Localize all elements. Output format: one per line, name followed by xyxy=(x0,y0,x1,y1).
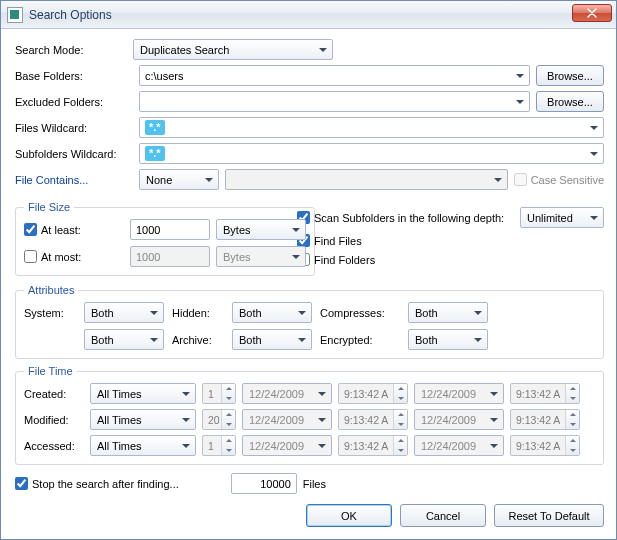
attr-system-label: System: xyxy=(24,307,76,319)
cancel-button[interactable]: Cancel xyxy=(400,504,486,527)
file-size-legend: File Size xyxy=(24,201,74,213)
files-wildcard-input[interactable]: *.* xyxy=(139,117,604,138)
accessed-mode-value: All Times xyxy=(97,440,142,452)
at-most-checkbox[interactable]: At most: xyxy=(24,250,124,263)
close-button[interactable] xyxy=(572,4,612,22)
modified-date2: 12/24/2009 xyxy=(414,409,504,430)
accessed-label: Accessed: xyxy=(24,440,84,452)
created-n-spinner: 1 xyxy=(202,383,236,404)
file-contains-text-input xyxy=(225,169,508,190)
attr-readonly-dropdown[interactable]: Both xyxy=(84,329,164,350)
attr-compresses-dropdown[interactable]: Both xyxy=(408,302,488,323)
at-most-input[interactable] xyxy=(24,250,37,263)
stop-after-input[interactable] xyxy=(15,477,28,490)
modified-n-value: 20 xyxy=(208,414,220,426)
attr-system-dropdown[interactable]: Both xyxy=(84,302,164,323)
created-mode-value: All Times xyxy=(97,388,142,400)
excluded-folders-label: Excluded Folders: xyxy=(15,96,133,108)
attr-readonly-value: Both xyxy=(91,334,114,346)
case-sensitive-checkbox[interactable]: Case Sensitive xyxy=(514,173,604,186)
app-icon xyxy=(7,7,23,23)
excluded-folders-browse-button[interactable]: Browse... xyxy=(536,91,604,112)
depth-value: Unlimited xyxy=(527,212,573,224)
scan-subfolders-label: Scan Subfolders in the following depth: xyxy=(314,212,504,224)
modified-mode-value: All Times xyxy=(97,414,142,426)
accessed-n-spinner: 1 xyxy=(202,435,236,456)
attr-system-value: Both xyxy=(91,307,114,319)
modified-mode-dropdown[interactable]: All Times xyxy=(90,409,196,430)
at-most-unit-dropdown: Bytes xyxy=(216,246,306,267)
find-files-checkbox[interactable]: Find Files xyxy=(297,234,362,247)
stop-after-value: 10000 xyxy=(260,478,291,490)
accessed-mode-dropdown[interactable]: All Times xyxy=(90,435,196,456)
attributes-legend: Attributes xyxy=(24,284,78,296)
base-folders-input[interactable]: c:\users xyxy=(139,65,530,86)
attr-archive-label: Archive: xyxy=(172,334,224,346)
modified-date1: 12/24/2009 xyxy=(242,409,332,430)
attr-hidden-value: Both xyxy=(239,307,262,319)
file-contains-mode-dropdown[interactable]: None xyxy=(139,169,219,190)
files-wildcard-token: *.* xyxy=(145,120,165,135)
depth-dropdown[interactable]: Unlimited xyxy=(520,207,604,228)
attr-encrypted-value: Both xyxy=(415,334,438,346)
attributes-group: Attributes System: Both Hidden: Both Com… xyxy=(15,284,604,359)
accessed-time2: 9:13:42 A xyxy=(510,435,580,456)
stop-after-count-input[interactable]: 10000 xyxy=(231,473,297,494)
scan-subfolders-checkbox[interactable]: Scan Subfolders in the following depth: xyxy=(297,211,504,224)
files-suffix-label: Files xyxy=(303,478,326,490)
find-files-label: Find Files xyxy=(314,235,362,247)
modified-n-spinner: 20 xyxy=(202,409,236,430)
ok-button[interactable]: OK xyxy=(306,504,392,527)
created-date1: 12/24/2009 xyxy=(242,383,332,404)
search-mode-value: Duplicates Search xyxy=(140,44,229,56)
attr-compresses-label: Compresses: xyxy=(320,307,400,319)
at-least-unit-dropdown[interactable]: Bytes xyxy=(216,219,306,240)
window-title: Search Options xyxy=(29,8,112,22)
at-least-value-input[interactable]: 1000 xyxy=(130,219,210,240)
at-most-value: 1000 xyxy=(136,251,160,263)
at-least-label: At least: xyxy=(41,224,81,236)
dialog-body: Search Mode: Duplicates Search Base Fold… xyxy=(1,29,616,539)
created-time1: 9:13:42 A xyxy=(338,383,408,404)
find-folders-checkbox[interactable]: Find Folders xyxy=(297,253,375,266)
attr-archive-value: Both xyxy=(239,334,262,346)
modified-label: Modified: xyxy=(24,414,84,426)
dialog-footer: OK Cancel Reset To Default xyxy=(15,504,604,527)
at-least-value: 1000 xyxy=(136,224,160,236)
search-options-dialog: Search Options Search Mode: Duplicates S… xyxy=(0,0,617,540)
at-least-checkbox[interactable]: At least: xyxy=(24,223,124,236)
attr-encrypted-dropdown[interactable]: Both xyxy=(408,329,488,350)
subfolders-wildcard-label: Subfolders Wildcard: xyxy=(15,148,133,160)
excluded-folders-input[interactable] xyxy=(139,91,530,112)
file-size-group: File Size At least: 1000 Bytes xyxy=(15,201,315,276)
file-contains-mode-value: None xyxy=(146,174,172,186)
attr-compresses-value: Both xyxy=(415,307,438,319)
reset-to-default-button[interactable]: Reset To Default xyxy=(494,504,604,527)
at-most-label: At most: xyxy=(41,251,81,263)
at-most-value-input: 1000 xyxy=(130,246,210,267)
search-mode-dropdown[interactable]: Duplicates Search xyxy=(133,39,333,60)
attr-archive-dropdown[interactable]: Both xyxy=(232,329,312,350)
accessed-date2: 12/24/2009 xyxy=(414,435,504,456)
close-icon xyxy=(587,8,597,18)
at-least-input[interactable] xyxy=(24,223,37,236)
attr-hidden-dropdown[interactable]: Both xyxy=(232,302,312,323)
subfolders-wildcard-token: *.* xyxy=(145,146,165,161)
created-n-value: 1 xyxy=(208,388,214,400)
file-contains-link[interactable]: File Contains... xyxy=(15,174,133,186)
find-folders-label: Find Folders xyxy=(314,254,375,266)
case-sensitive-label: Case Sensitive xyxy=(531,174,604,186)
accessed-n-value: 1 xyxy=(208,440,214,452)
base-folders-browse-button[interactable]: Browse... xyxy=(536,65,604,86)
case-sensitive-input xyxy=(514,173,527,186)
files-wildcard-label: Files Wildcard: xyxy=(15,122,133,134)
created-label: Created: xyxy=(24,388,84,400)
at-least-unit: Bytes xyxy=(223,224,251,236)
created-mode-dropdown[interactable]: All Times xyxy=(90,383,196,404)
at-most-unit: Bytes xyxy=(223,251,251,263)
subfolders-wildcard-input[interactable]: *.* xyxy=(139,143,604,164)
accessed-time1: 9:13:42 A xyxy=(338,435,408,456)
stop-after-label: Stop the search after finding... xyxy=(32,478,179,490)
stop-after-checkbox[interactable]: Stop the search after finding... xyxy=(15,477,179,490)
modified-time1: 9:13:42 A xyxy=(338,409,408,430)
